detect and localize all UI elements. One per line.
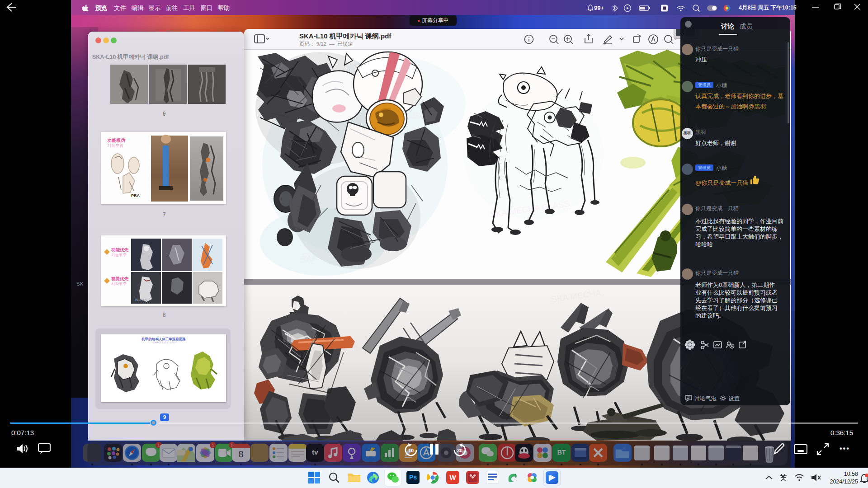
svg-text:PRA: PRA — [131, 193, 140, 198]
svg-text:99+: 99+ — [594, 5, 604, 11]
svg-text:INCHAN: INCHAN — [135, 298, 147, 301]
svg-text:30: 30 — [457, 448, 462, 453]
svg-text:10: 10 — [408, 448, 414, 453]
